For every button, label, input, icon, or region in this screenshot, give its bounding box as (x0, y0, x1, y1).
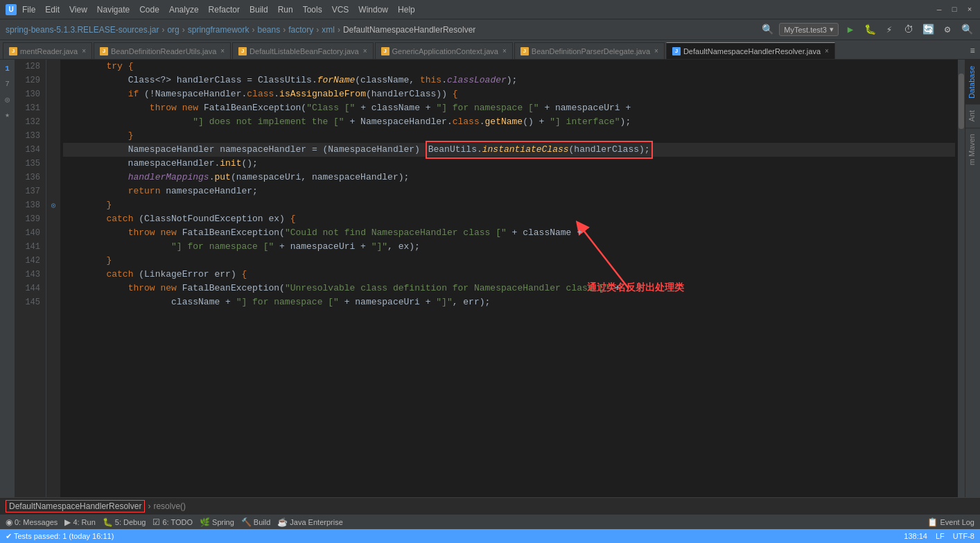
scrollbar[interactable] (958, 60, 965, 497)
line-num-134: 134 (15, 143, 46, 157)
bottom-run[interactable]: ▶ 4: Run (64, 517, 95, 527)
close-button[interactable]: × (965, 5, 974, 15)
menu-build[interactable]: Build (250, 5, 268, 15)
run-config[interactable]: MyTest.test3 ▾ (779, 23, 839, 36)
menu-run[interactable]: Run (278, 5, 293, 15)
tab-close-icon[interactable]: × (654, 47, 658, 55)
menu-window[interactable]: Window (358, 5, 388, 15)
sidebar-tab-ant[interactable]: Ant (965, 104, 980, 128)
eventlog-label: Event Log (940, 518, 974, 526)
tab-genericappcontext[interactable]: J GenericApplicationContext.java × (375, 42, 513, 59)
code-line-139: catch (ClassNotFoundException ex) { (63, 212, 955, 226)
coverage-button[interactable]: ⚡ (882, 22, 897, 37)
minimize-button[interactable]: — (934, 5, 944, 15)
tab-close-icon[interactable]: × (502, 47, 507, 55)
gutter-140 (46, 226, 60, 240)
messages-label: 0: Messages (15, 518, 58, 526)
bottom-eventlog[interactable]: 📋 Event Log (927, 517, 974, 527)
nav-factory[interactable]: factory (288, 25, 313, 35)
gutter-134 (46, 143, 60, 157)
nav-springframework[interactable]: springframework (188, 25, 250, 35)
line-num-142: 142 (15, 254, 46, 268)
tab-label: mentReader.java (20, 47, 78, 55)
sidebar-tab-maven[interactable]: m Maven (965, 128, 980, 171)
maximize-button[interactable]: □ (950, 5, 959, 15)
tests-passed-icon: ✔ (6, 532, 12, 541)
java-file-icon: J (238, 47, 247, 55)
editor-tabs: J mentReader.java × J BeanDefinitionRead… (0, 40, 980, 60)
search-icon[interactable]: 🔍 (959, 22, 974, 37)
bottom-build[interactable]: 🔨 Build (241, 517, 270, 527)
nav-org[interactable]: org (167, 25, 179, 35)
debug-icon: 🐛 (103, 517, 113, 527)
bottom-java-enterprise[interactable]: ☕ Java Enterprise (277, 517, 342, 527)
breadcrumb-classname[interactable]: DefaultNamespaceHandlerResolver (6, 500, 145, 512)
gutter-132 (46, 115, 60, 129)
sidebar-project-icon[interactable]: 1 (1, 62, 14, 75)
menu-navigate[interactable]: Navigate (97, 5, 130, 15)
line-num-133: 133 (15, 129, 46, 143)
code-line-137: return namespaceHandler; (63, 184, 955, 198)
menu-edit[interactable]: Edit (45, 5, 60, 15)
tab-label: DefaultNamespaceHandlerResolver.java (683, 47, 821, 55)
menu-view[interactable]: View (69, 5, 87, 15)
java-file-icon: J (381, 47, 390, 55)
menu-file[interactable]: File (22, 5, 35, 15)
cursor-position: 138:14 (904, 532, 927, 540)
tab-close-icon[interactable]: × (82, 47, 86, 55)
sidebar-tab-database[interactable]: Database (965, 60, 980, 104)
menu-code[interactable]: Code (139, 5, 159, 15)
gutter-137 (46, 184, 60, 198)
nav-right: 🔍 MyTest.test3 ▾ ▶ 🐛 ⚡ ⏱ 🔄 ⚙ 🔍 (760, 22, 974, 37)
run-button[interactable]: ▶ (843, 22, 858, 37)
profile-button[interactable]: ⏱ (901, 22, 916, 37)
bottom-debug[interactable]: 🐛 5: Debug (103, 517, 146, 527)
line-num-135: 135 (15, 157, 46, 171)
sidebar-web-icon[interactable]: ◎ (1, 93, 14, 105)
line-num-136: 136 (15, 171, 46, 184)
menu-help[interactable]: Help (398, 5, 415, 15)
nav-jar[interactable]: spring-beans-5.1.3.RELEASE-sources.jar (6, 25, 159, 35)
gutter-131 (46, 101, 60, 115)
menu-bar: File Edit View Navigate Code Analyze Ref… (22, 5, 415, 15)
line-numbers: 128 129 130 131 132 133 134 135 136 137 … (15, 60, 46, 497)
tab-defaultnamespacehandlerresolver[interactable]: J DefaultNamespaceHandlerResolver.java × (666, 42, 835, 59)
code-line-141: "] for namespace [" + namespaceUri + "]"… (63, 240, 955, 254)
window-controls[interactable]: — □ × (934, 5, 974, 15)
code-line-130: if (!NamespaceHandler.class.isAssignable… (63, 87, 955, 101)
debug-button[interactable]: 🐛 (862, 22, 877, 37)
tab-beandefinitionreaderutils[interactable]: J BeanDefinitionReaderUtils.java × (94, 42, 231, 59)
vcs-update-icon[interactable]: 🔄 (920, 22, 936, 37)
line-num-128: 128 (15, 60, 46, 74)
javaee-icon: ☕ (277, 517, 288, 527)
menu-analyze[interactable]: Analyze (169, 5, 199, 15)
right-sidebar: Database Ant m Maven (965, 60, 980, 497)
settings-icon[interactable]: ⚙ (940, 22, 955, 37)
tab-close-icon[interactable]: × (220, 47, 225, 55)
breadcrumb-method[interactable]: resolve() (153, 501, 186, 511)
menu-tools[interactable]: Tools (303, 5, 322, 15)
menu-vcs[interactable]: VCS (332, 5, 349, 15)
code-editor[interactable]: try { Class<?> handlerClass = ClassUtils… (60, 60, 958, 497)
left-sidebar: 1 7 ◎ ★ (0, 60, 15, 497)
search-everywhere-icon[interactable]: 🔍 (760, 22, 775, 37)
nav-beans[interactable]: beans (257, 25, 280, 35)
menu-refactor[interactable]: Refactor (209, 5, 240, 15)
bottom-messages[interactable]: ◉ 0: Messages (6, 517, 58, 527)
code-line-134: NamespaceHandler namespaceHandler = (Nam… (63, 143, 955, 157)
tab-close-icon[interactable]: × (363, 47, 367, 55)
code-line-144: throw new FatalBeanException("Unresolvab… (63, 282, 955, 295)
tab-mentreader[interactable]: J mentReader.java × (3, 42, 92, 59)
scroll-thumb[interactable] (959, 74, 964, 129)
tabs-overflow-icon[interactable]: ≡ (965, 44, 980, 59)
line-num-145: 145 (15, 295, 46, 309)
sidebar-structure-icon[interactable]: 7 (1, 78, 14, 90)
sidebar-favorites-icon[interactable]: ★ (1, 108, 14, 121)
line-num-141: 141 (15, 240, 46, 254)
nav-xml[interactable]: xml (322, 25, 335, 35)
bottom-todo[interactable]: ☑ 6: TODO (152, 517, 193, 527)
bottom-spring[interactable]: 🌿 Spring (200, 517, 234, 527)
tab-defaultlistablebean[interactable]: J DefaultListableBeanFactory.java × (232, 42, 373, 59)
tab-close-icon[interactable]: × (825, 47, 829, 55)
tab-beandefinitionparserdelegate[interactable]: J BeanDefinitionParserDelegate.java × (514, 42, 665, 59)
